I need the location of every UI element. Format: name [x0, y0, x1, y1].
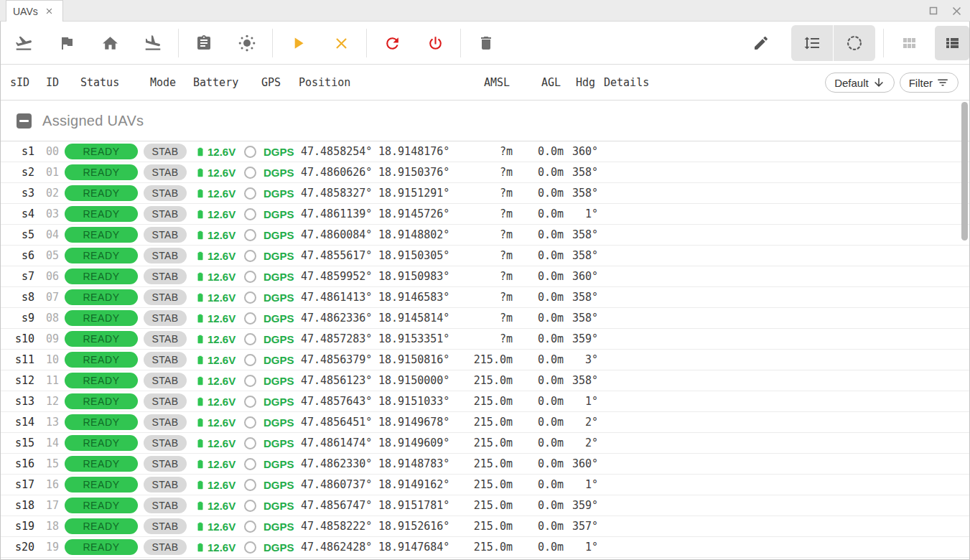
agl-value: 0.0m — [513, 520, 564, 533]
longitude: 18.9151291° — [378, 187, 451, 200]
column-battery: Battery — [193, 76, 241, 89]
selection-mode-button[interactable] — [834, 25, 875, 61]
status-badge: READY — [65, 185, 138, 201]
battery-icon — [195, 312, 205, 325]
uav-row[interactable]: s20 19 READY STAB 12.6V DGPS 47.4862428°… — [1, 537, 969, 558]
battery-icon — [195, 187, 205, 200]
uav-row[interactable]: s14 13 READY STAB 12.6V DGPS 47.4856451°… — [1, 412, 969, 433]
power-off-button[interactable] — [418, 26, 452, 60]
reboot-button[interactable] — [375, 26, 409, 60]
tab-uavs[interactable]: UAVs — [6, 0, 63, 22]
uav-row[interactable]: s3 02 READY STAB 12.6V DGPS 47.4858327° … — [1, 183, 969, 204]
column-gps: GPS — [261, 76, 294, 89]
agl-value: 0.0m — [513, 353, 564, 366]
home-button[interactable] — [93, 26, 127, 60]
uav-row[interactable]: s2 01 READY STAB 12.6V DGPS 47.4860626° … — [1, 162, 969, 183]
uav-id: 12 — [46, 395, 62, 408]
gps-fix-type: DGPS — [264, 312, 297, 325]
heading-value: 3° — [564, 353, 598, 366]
battery-icon — [195, 437, 205, 450]
sort-preset-chip[interactable]: Default — [825, 73, 895, 93]
longitude: 18.9147684° — [378, 541, 451, 554]
status-badge: READY — [65, 269, 138, 284]
titlebar: UAVs — [0, 0, 970, 22]
uav-row[interactable]: s1 00 READY STAB 12.6V DGPS 47.4858254° … — [1, 141, 969, 162]
home-icon — [103, 37, 118, 50]
uav-row[interactable]: s9 08 READY STAB 12.6V DGPS 47.4862336° … — [1, 308, 969, 329]
latitude: 47.4860737° — [301, 478, 373, 491]
gps-fix-circle-icon — [244, 521, 256, 533]
uav-row[interactable]: s8 07 READY STAB 12.6V DGPS 47.4861413° … — [1, 287, 969, 308]
heading-value: 1° — [564, 478, 598, 491]
column-position: Position — [299, 76, 448, 89]
uav-row[interactable]: s13 12 READY STAB 12.6V DGPS 47.4857643°… — [1, 391, 969, 412]
status-badge: READY — [65, 206, 138, 222]
uav-row[interactable]: s6 05 READY STAB 12.6V DGPS 47.4855617° … — [1, 246, 969, 266]
cancel-show-button[interactable] — [324, 26, 358, 60]
column-sid: sID — [8, 76, 34, 89]
flag-button[interactable] — [50, 26, 84, 60]
uav-row[interactable]: s12 11 READY STAB 12.6V DGPS 47.4856123°… — [1, 370, 969, 391]
amsl-value: ?m — [451, 332, 513, 345]
battery-cell: 12.6V — [195, 207, 243, 221]
filter-chip[interactable]: Filter — [900, 73, 959, 93]
battery-icon — [195, 270, 205, 284]
list-view-button[interactable] — [935, 26, 969, 60]
uav-row[interactable]: s18 17 READY STAB 12.6V DGPS 47.4856747°… — [1, 495, 969, 516]
vertical-scrollbar-thumb[interactable] — [961, 102, 968, 241]
amsl-value: ?m — [451, 145, 513, 158]
land-button[interactable] — [136, 26, 170, 60]
agl-value: 0.0m — [513, 187, 564, 200]
maximize-button[interactable] — [925, 3, 941, 19]
close-button[interactable] — [948, 3, 964, 19]
uav-row[interactable]: s11 10 READY STAB 12.6V DGPS 47.4856379°… — [1, 350, 969, 370]
uav-row[interactable]: s10 09 READY STAB 12.6V DGPS 47.4857283°… — [1, 329, 969, 350]
status-badge: READY — [65, 289, 138, 305]
collapse-section-icon[interactable] — [17, 113, 32, 129]
agl-value: 0.0m — [513, 228, 564, 241]
light-mode-button[interactable] — [230, 26, 264, 60]
heading-value: 360° — [564, 270, 598, 283]
edit-button[interactable] — [744, 26, 778, 60]
grid-view-button[interactable] — [892, 26, 926, 60]
status-badge: READY — [65, 518, 138, 534]
start-show-button[interactable] — [281, 26, 315, 60]
refresh-icon — [386, 37, 398, 50]
uav-row[interactable]: s19 18 READY STAB 12.6V DGPS 47.4858222°… — [1, 516, 969, 537]
agl-value: 0.0m — [513, 291, 564, 304]
gps-fix-type: DGPS — [264, 396, 297, 408]
battery-icon — [195, 457, 205, 471]
uav-id: 02 — [46, 187, 62, 200]
column-mode: Mode — [144, 76, 187, 89]
agl-value: 0.0m — [513, 207, 564, 220]
takeoff-icon — [16, 37, 32, 50]
checklist-button[interactable] — [187, 26, 221, 60]
uav-row[interactable]: s15 14 READY STAB 12.6V DGPS 47.4861474°… — [1, 433, 969, 454]
status-badge: READY — [65, 331, 138, 347]
battery-voltage: 12.6V — [207, 396, 235, 408]
filter-icon — [936, 76, 949, 89]
remove-button[interactable] — [469, 26, 503, 60]
amsl-value: ?m — [451, 291, 513, 304]
battery-icon — [195, 478, 205, 492]
gps-fix-type: DGPS — [264, 167, 297, 179]
sort-button[interactable] — [791, 25, 833, 61]
latitude: 47.4856123° — [301, 374, 373, 387]
battery-voltage: 12.6V — [207, 229, 235, 241]
gps-fix-type: DGPS — [264, 437, 297, 449]
uav-row[interactable]: s7 06 READY STAB 12.6V DGPS 47.4859952° … — [1, 266, 969, 287]
takeoff-button[interactable] — [6, 26, 41, 60]
uav-row[interactable]: s4 03 READY STAB 12.6V DGPS 47.4861139° … — [1, 204, 969, 225]
power-icon — [429, 37, 442, 50]
gps-fix-type: DGPS — [264, 146, 297, 158]
uav-row[interactable]: s5 04 READY STAB 12.6V DGPS 47.4860084° … — [1, 225, 969, 246]
agl-value: 0.0m — [513, 395, 564, 408]
tab-close-icon[interactable] — [45, 6, 54, 16]
uav-row[interactable]: s16 15 READY STAB 12.6V DGPS 47.4862330°… — [1, 454, 969, 475]
status-badge: READY — [65, 248, 138, 263]
latitude: 47.4862336° — [301, 312, 373, 325]
status-badge: READY — [65, 498, 138, 513]
uav-row[interactable]: s17 16 READY STAB 12.6V DGPS 47.4860737°… — [1, 475, 969, 495]
mode-badge: STAB — [144, 352, 187, 368]
longitude: 18.9150983° — [378, 270, 451, 283]
